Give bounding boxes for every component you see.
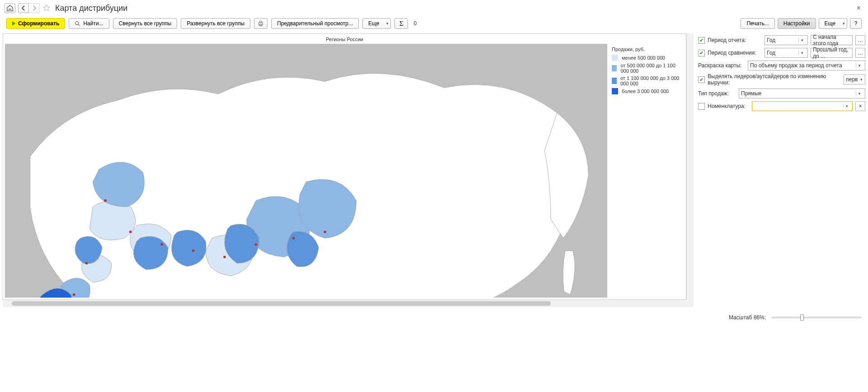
map-title: Регионы России: [5, 36, 684, 44]
play-icon: [12, 21, 15, 26]
chevron-down-icon: ▾: [798, 51, 806, 55]
chevron-down-icon: ▾: [856, 91, 863, 96]
nomenclature-clear[interactable]: ×: [855, 101, 865, 111]
back-button[interactable]: [18, 3, 29, 13]
period-report-select[interactable]: Год▾: [765, 35, 808, 45]
period-compare-label: Период сравнения:: [708, 50, 762, 56]
legend-row: более 3 000 000 000: [612, 88, 681, 94]
period-compare-range-value: Прошлый год, до ...: [813, 47, 850, 59]
search-icon: [75, 21, 80, 27]
map-legend: Продажи, руб. менее 500 000 000 от 500 0…: [607, 44, 684, 298]
legend-label: менее 500 000 000: [622, 55, 665, 61]
help-label: ?: [854, 20, 858, 27]
favorite-star-icon[interactable]: [42, 4, 51, 12]
nomenclature-select[interactable]: ▾: [752, 101, 853, 111]
nomenclature-checkbox[interactable]: ✔: [698, 103, 705, 110]
nav-history-group: [18, 3, 40, 13]
nomenclature-row: ✔ Номенклатура: ▾ ×: [698, 101, 865, 111]
settings-label: Настройки: [784, 20, 810, 27]
coloring-select[interactable]: По объему продаж за период отчета▾: [748, 61, 865, 70]
count-label: 0: [413, 20, 417, 27]
coloring-label: Раскраска карты:: [698, 62, 745, 69]
period-compare-select[interactable]: Год▾: [765, 48, 808, 58]
highlight-select[interactable]: перв▾: [844, 75, 865, 84]
print-icon-button[interactable]: [254, 18, 267, 29]
sigma-icon: Σ: [399, 20, 404, 28]
map-column: Регионы России: [3, 33, 694, 307]
find-button[interactable]: Найти...: [69, 18, 109, 29]
help-button[interactable]: ?: [850, 18, 862, 29]
svg-point-5: [104, 199, 107, 202]
sale-type-value: Прямые: [741, 90, 761, 97]
horizontal-scrollbar[interactable]: [3, 300, 694, 307]
scale-label: Масштаб 86%:: [729, 314, 766, 321]
main: Регионы России: [0, 33, 868, 310]
legend-row: от 500 000 000 до 1 100 000 000: [612, 63, 681, 74]
period-report-row: ✔ Период отчета: Год▾ С начала этого год…: [698, 35, 865, 45]
close-button[interactable]: ×: [854, 4, 863, 12]
sale-type-label: Тип продаж:: [698, 90, 736, 97]
scroll-thumb[interactable]: [12, 301, 551, 306]
preview-label: Предварительный просмотр...: [277, 20, 353, 27]
printer-icon: [258, 20, 264, 27]
find-label: Найти...: [83, 20, 103, 27]
generate-label: Сформировать: [18, 20, 59, 27]
svg-point-11: [292, 237, 295, 240]
home-button[interactable]: [5, 3, 15, 13]
period-compare-value: Год: [767, 50, 775, 56]
chevron-down-icon: ▾: [798, 38, 806, 42]
highlight-checkbox[interactable]: ✔: [698, 76, 705, 83]
preview-button[interactable]: Предварительный просмотр...: [271, 18, 359, 29]
period-report-more[interactable]: …: [855, 35, 865, 45]
period-compare-more[interactable]: …: [855, 48, 865, 58]
period-compare-checkbox[interactable]: ✔: [698, 50, 705, 56]
legend-swatch: [612, 55, 618, 61]
vertical-scrollbar[interactable]: [686, 33, 694, 300]
nomenclature-label: Номенклатура:: [708, 103, 749, 109]
legend-row: от 1 100 000 000 до 3 000 000 000: [612, 75, 681, 86]
sigma-button[interactable]: Σ: [394, 18, 408, 29]
settings-panel: ✔ Период отчета: Год▾ С начала этого год…: [698, 33, 865, 307]
print-button[interactable]: Печать...: [741, 18, 774, 29]
arrow-right-icon: [32, 5, 37, 11]
sale-type-select[interactable]: Прямые▾: [739, 89, 865, 98]
panel-more-button[interactable]: Еще: [819, 18, 847, 29]
arrow-left-icon: [21, 5, 26, 11]
zoom-slider[interactable]: [771, 317, 862, 318]
forward-button[interactable]: [29, 3, 40, 13]
collapse-all-button[interactable]: Свернуть все группы: [113, 18, 178, 29]
expand-all-button[interactable]: Развернуть все группы: [181, 18, 250, 29]
svg-point-9: [223, 256, 226, 258]
svg-point-7: [160, 243, 163, 246]
generate-button[interactable]: Сформировать: [6, 18, 65, 29]
svg-rect-3: [260, 21, 262, 23]
legend-swatch: [612, 78, 617, 84]
chevron-down-icon: ▾: [843, 104, 850, 108]
toolbar-more-label: Еще: [368, 20, 379, 27]
period-report-checkbox[interactable]: ✔: [698, 37, 705, 44]
map-canvas[interactable]: [5, 44, 607, 298]
settings-button[interactable]: Настройки: [778, 18, 816, 29]
coloring-value: По объему продаж за период отчета: [750, 62, 842, 69]
expand-all-label: Развернуть все группы: [187, 20, 244, 27]
period-compare-range[interactable]: Прошлый год, до ...: [811, 48, 853, 58]
toolbar: Сформировать Найти... Свернуть все групп…: [0, 16, 868, 33]
page-title: Карта дистрибуции: [55, 4, 127, 13]
svg-point-6: [129, 231, 132, 233]
map-frame: Регионы России: [3, 33, 686, 300]
coloring-row: Раскраска карты: По объему продаж за пер…: [698, 61, 865, 70]
toolbar-more-button[interactable]: Еще: [362, 18, 391, 29]
highlight-row: ✔ Выделять лидеров/аутсайдеров по измене…: [698, 73, 865, 86]
svg-point-14: [73, 294, 75, 296]
period-report-label: Период отчета:: [708, 37, 762, 43]
svg-line-1: [79, 24, 80, 26]
collapse-all-label: Свернуть все группы: [119, 20, 172, 27]
russia-map: [5, 44, 607, 298]
zoom-knob[interactable]: [800, 314, 804, 321]
legend-label: от 1 100 000 000 до 3 000 000 000: [620, 75, 681, 86]
highlight-value: перв: [846, 76, 858, 83]
highlight-label: Выделять лидеров/аутсайдеров по изменени…: [708, 73, 841, 86]
legend-swatch: [612, 65, 617, 71]
legend-swatch: [612, 88, 618, 94]
period-report-range[interactable]: С начала этого года: [811, 35, 853, 45]
